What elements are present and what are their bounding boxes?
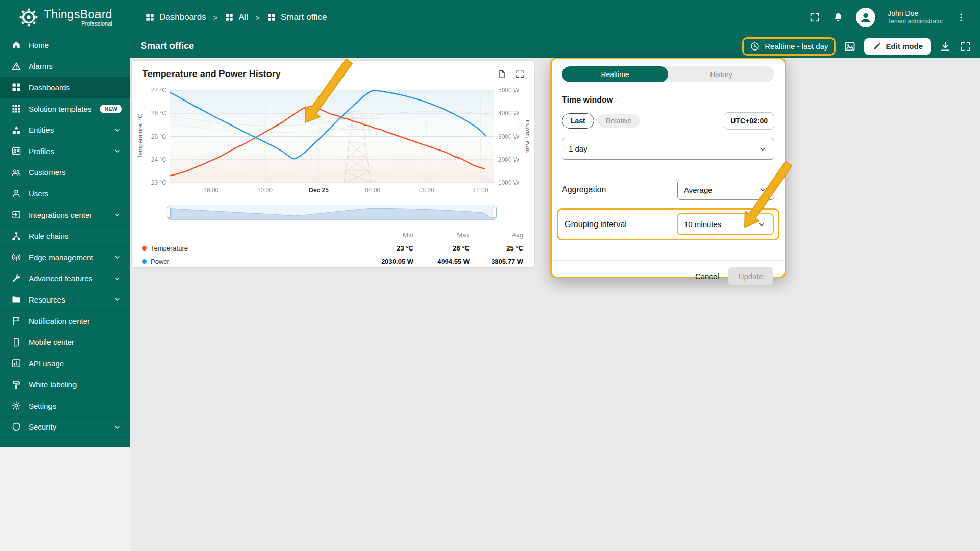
avatar[interactable] [856, 8, 875, 27]
range-slider[interactable] [168, 205, 495, 220]
api-icon [11, 358, 21, 368]
breadcrumb-label: All [238, 12, 248, 22]
sidebar-item-label: Solution templates [29, 105, 92, 113]
dashboard-icon [145, 13, 155, 22]
user-role: Tenant administrator [888, 18, 943, 26]
sidebar-item-home[interactable]: Home [0, 35, 130, 56]
last-toggle[interactable]: Last [562, 113, 594, 129]
breadcrumb-item-smart-office[interactable]: Smart office [267, 12, 327, 22]
legend-value: 3805.77 W [470, 258, 523, 265]
right-axis-tick: 5000 W [498, 87, 520, 94]
update-button[interactable]: Update [728, 267, 773, 285]
sidebar-item-api-usage[interactable]: API usage [0, 353, 130, 374]
tab-realtime[interactable]: Realtime [562, 66, 668, 82]
sidebar-item-profiles[interactable]: Profiles [0, 141, 130, 162]
sidebar-item-rule-chains[interactable]: Rule chains [0, 226, 130, 247]
sidebar-item-alarms[interactable]: Alarms [0, 56, 130, 78]
export-icon[interactable] [497, 69, 507, 79]
widget-fullscreen-icon[interactable] [515, 69, 525, 79]
fullscreen-icon [809, 12, 820, 23]
sidebar-item-label: Home [29, 41, 122, 49]
users-icon [11, 188, 21, 198]
sidebar-item-resources[interactable]: Resources [0, 289, 130, 311]
legend-color-dot [142, 259, 147, 264]
edit-mode-label: Edit mode [886, 42, 923, 51]
sidebar-item-integrations-center[interactable]: Integrations center [0, 205, 130, 226]
image-icon [844, 40, 856, 53]
chevron-down-icon [113, 210, 122, 219]
sidebar-item-label: Users [29, 189, 122, 198]
dashboard-fullscreen-button[interactable] [960, 40, 972, 53]
legend-series[interactable]: Temperature [142, 244, 360, 252]
cancel-button[interactable]: Cancel [695, 272, 719, 281]
grouping-interval-select[interactable]: 10 minutes [677, 213, 774, 235]
dashboard-icon [225, 13, 234, 22]
customers-icon [11, 167, 21, 178]
thingsboard-logo[interactable]: ThingsBoard Professional [0, 7, 130, 28]
right-axis-tick: 3000 W [498, 133, 520, 140]
sidebar-item-label: Profiles [29, 147, 106, 156]
user-info[interactable]: John Doe Tenant administrator [888, 9, 943, 26]
legend-color-dot [142, 246, 147, 251]
breadcrumb-item-all[interactable]: All [225, 12, 248, 22]
sidebar-item-entities[interactable]: Entities [0, 119, 130, 141]
sidebar-item-edge-management[interactable]: Edge management [0, 247, 130, 268]
left-axis-tick: 26 °C [151, 110, 166, 117]
x-axis-tick: 20:00 [257, 187, 273, 194]
screenshot-button[interactable] [844, 40, 856, 53]
legend-value: 25 °C [470, 244, 523, 252]
sidebar-item-label: Edge management [29, 253, 106, 262]
aggregation-value: Average [684, 186, 713, 194]
aggregation-select[interactable]: Average [677, 180, 774, 200]
sidebar-item-notification-center[interactable]: Notification center [0, 311, 130, 332]
relative-toggle[interactable]: Relative [598, 114, 640, 128]
tab-history[interactable]: History [668, 66, 774, 82]
slider-handle-right[interactable] [493, 207, 497, 218]
sidebar-item-customers[interactable]: Customers [0, 162, 130, 184]
brand-name: ThingsBoard [44, 8, 112, 20]
new-badge: NEW [100, 105, 122, 113]
sidebar-item-label: Entities [29, 126, 106, 134]
chevron-down-icon [757, 185, 768, 195]
white-labeling-icon [11, 380, 21, 390]
sidebar-item-users[interactable]: Users [0, 183, 130, 205]
timezone-button[interactable]: UTC+02:00 [724, 112, 774, 130]
legend-value: 2030.05 W [360, 258, 413, 265]
fullscreen-button[interactable] [809, 12, 820, 23]
legend-value: 4994.55 W [413, 258, 470, 265]
breadcrumb-label: Dashboards [159, 12, 206, 22]
sidebar-item-settings[interactable]: Settings [0, 395, 130, 417]
timewindow-button-label: Realtime - last day [765, 42, 828, 51]
sidebar-item-advanced-features[interactable]: Advanced features [0, 268, 130, 290]
sidebar-item-label: Customers [29, 168, 122, 177]
widget-title: Temperature and Power History [142, 69, 281, 80]
more-menu-button[interactable] [955, 12, 967, 23]
breadcrumb-separator: > [255, 13, 260, 22]
sidebar-item-white-labeling[interactable]: White labeling [0, 374, 130, 396]
sidebar-item-dashboards[interactable]: Dashboards [0, 77, 130, 98]
sidebar-item-label: White labeling [29, 380, 122, 389]
sidebar-item-security[interactable]: Security [0, 417, 130, 438]
bell-icon [832, 12, 844, 23]
right-axis-tick: 4000 W [498, 110, 520, 117]
download-button[interactable] [939, 40, 951, 53]
x-axis-tick: 08:00 [419, 187, 434, 194]
notifications-button[interactable] [832, 12, 844, 23]
slider-handle-left[interactable] [167, 207, 171, 218]
sidebar-item-label: Settings [29, 402, 122, 410]
right-axis-title: Power, Watt [525, 120, 529, 153]
sidebar-item-mobile-center[interactable]: Mobile center [0, 332, 130, 353]
legend-table: MinMaxAvgTemperature23 °C26 °C25 °CPower… [142, 228, 523, 268]
x-axis-tick: 16:00 [203, 187, 218, 194]
x-axis-tick: Dec 25 [309, 187, 329, 194]
edit-mode-button[interactable]: Edit mode [864, 38, 931, 55]
top-bar: ThingsBoard Professional Dashboards>All>… [0, 0, 980, 35]
breadcrumb-item-dashboards[interactable]: Dashboards [145, 12, 206, 22]
sidebar-item-solution-templates[interactable]: Solution templatesNEW [0, 98, 130, 120]
timewindow-button[interactable]: Realtime - last day [742, 37, 836, 56]
interval-select[interactable]: 1 day [562, 138, 774, 160]
legend-series[interactable]: Power [142, 258, 360, 265]
fullscreen-icon [960, 40, 972, 53]
sidebar-item-label: Integrations center [29, 211, 106, 219]
timewindow-tabs: Realtime History [562, 66, 774, 82]
